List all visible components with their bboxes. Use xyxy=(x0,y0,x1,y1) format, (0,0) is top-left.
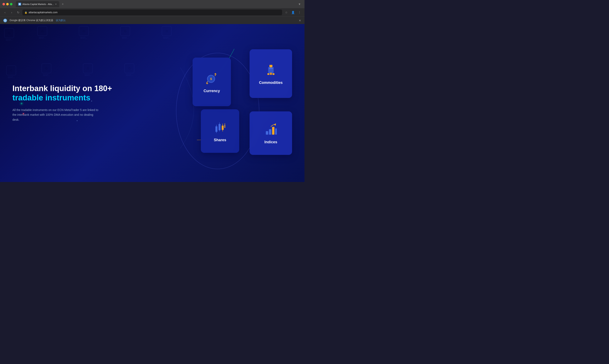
browser-menu-dropdown[interactable]: ▼ xyxy=(297,2,302,7)
close-traffic-light[interactable] xyxy=(2,3,5,5)
chrome-icon xyxy=(3,19,7,22)
svg-rect-15 xyxy=(219,124,220,130)
url-display: atlantacapitalmarkets.com xyxy=(28,11,57,14)
browser-chrome: Atlanta Capital Markets - Atla... ✕ + ▼ … xyxy=(0,0,304,24)
svg-rect-25 xyxy=(272,127,274,135)
svg-rect-24 xyxy=(269,129,271,135)
shares-icon xyxy=(213,120,228,135)
maximize-traffic-light[interactable] xyxy=(10,3,13,5)
hero-description: All the tradable instruments on our ECN … xyxy=(13,107,99,122)
svg-rect-21 xyxy=(224,125,225,128)
watermark-item: ♻WHIT... xyxy=(120,26,130,39)
svg-text:$: $ xyxy=(210,77,212,80)
website-content: ♻WHIT... ♻WHIT... ♻WHIT... ♻WHIT... ♻WHI… xyxy=(0,24,304,182)
svg-rect-10 xyxy=(270,73,272,75)
watermark-item: ♻WHIT... xyxy=(79,26,89,39)
watermark-item: ♻WHIT... xyxy=(162,26,172,39)
lock-icon: 🔒 xyxy=(25,11,27,14)
shares-label: Shares xyxy=(214,138,226,142)
svg-rect-26 xyxy=(275,128,277,135)
browser-menu-button[interactable]: ⋮ xyxy=(297,10,302,15)
tab-close-button[interactable]: ✕ xyxy=(55,3,57,6)
currency-label: Currency xyxy=(204,89,220,93)
hero-title-accent: tradable instruments xyxy=(13,93,90,102)
tab-bar: Atlanta Capital Markets - Atla... ✕ + xyxy=(16,1,295,7)
nav-actions: ☆ 👤 ⋮ xyxy=(284,10,302,15)
svg-point-0 xyxy=(19,3,21,5)
set-default-button[interactable]: 设为默认 xyxy=(56,19,66,22)
watermark-item: ♻WHIT... xyxy=(6,65,16,78)
profile-button[interactable]: 👤 xyxy=(291,10,295,15)
notification-bar: Google 建议将 Chrome 设为默认浏览器 设为默认 ✕ xyxy=(0,17,304,24)
indices-label: Indices xyxy=(264,140,277,144)
browser-nav: ‹ › ↻ 🔒 atlantacapitalmarkets.com ☆ 👤 ⋮ xyxy=(0,8,304,17)
tab-title: Atlanta Capital Markets - Atla... xyxy=(22,3,54,5)
svg-rect-11 xyxy=(272,73,274,75)
commodities-icon xyxy=(263,62,278,77)
commodities-label: Commodities xyxy=(259,80,283,85)
svg-rect-12 xyxy=(215,126,217,132)
svg-rect-18 xyxy=(221,126,223,130)
svg-point-2 xyxy=(5,20,6,21)
currency-icon: $ xyxy=(204,71,219,86)
shares-card[interactable]: Shares xyxy=(201,109,239,153)
watermark-item: ♻WHIT... xyxy=(37,26,47,39)
minimize-traffic-light[interactable] xyxy=(6,3,9,5)
traffic-lights xyxy=(2,3,13,5)
back-button[interactable]: ‹ xyxy=(2,10,7,15)
refresh-button[interactable]: ↻ xyxy=(16,10,21,15)
currency-card[interactable]: $ Currency xyxy=(193,58,231,106)
new-tab-button[interactable]: + xyxy=(60,2,65,6)
commodities-card[interactable]: Commodities xyxy=(249,49,292,98)
browser-tab-active[interactable]: Atlanta Capital Markets - Atla... ✕ xyxy=(16,1,59,7)
watermark-item: ♻WHIT... xyxy=(4,28,14,41)
svg-line-27 xyxy=(271,124,274,126)
indices-icon xyxy=(263,122,278,137)
indices-card[interactable]: Indices xyxy=(249,111,292,155)
hero-title-line1: Interbank liquidity on 180+ xyxy=(13,84,112,92)
browser-titlebar: Atlanta Capital Markets - Atla... ✕ + ▼ xyxy=(0,0,304,8)
watermark-item: ♻WHIT... xyxy=(124,63,134,76)
notification-close-button[interactable]: ✕ xyxy=(299,19,301,22)
watermark-item: ♻WHIT... xyxy=(42,63,51,76)
svg-rect-9 xyxy=(267,73,269,75)
notification-message: Google 建议将 Chrome 设为默认浏览器 xyxy=(10,19,53,22)
watermark-item: ♻WHIT... xyxy=(83,63,93,76)
hero-title: Interbank liquidity on 180+ tradable ins… xyxy=(13,84,112,103)
svg-rect-8 xyxy=(269,68,273,69)
address-bar[interactable]: 🔒 atlantacapitalmarkets.com xyxy=(22,10,282,15)
cards-area: $ Currency xyxy=(184,49,292,157)
forward-button[interactable]: › xyxy=(9,10,14,15)
svg-rect-23 xyxy=(266,131,268,135)
bookmark-button[interactable]: ☆ xyxy=(284,10,289,15)
tab-favicon xyxy=(18,3,21,6)
left-content: Interbank liquidity on 180+ tradable ins… xyxy=(13,84,112,122)
